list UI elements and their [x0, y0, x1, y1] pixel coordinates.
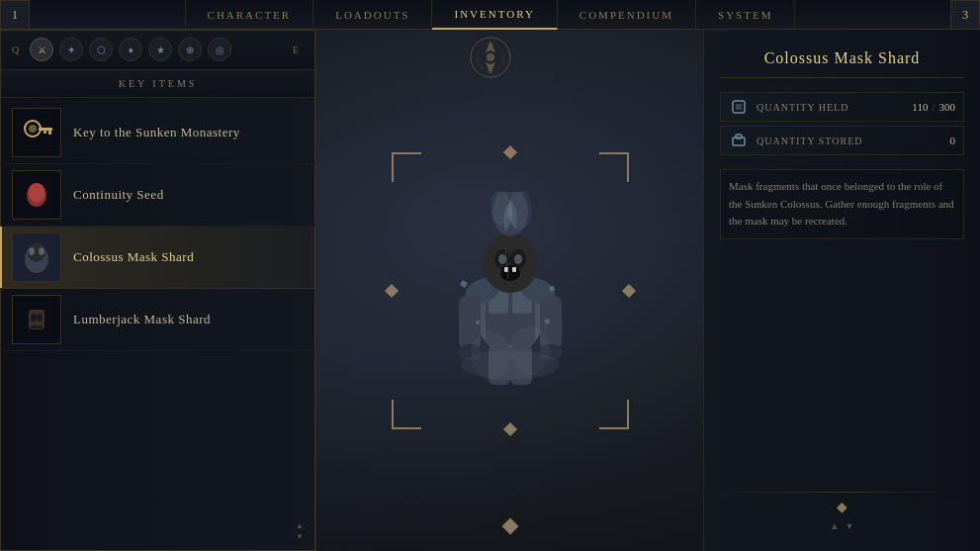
item-name-3: Lumberjack Mask Shard — [73, 312, 211, 327]
svg-rect-7 — [39, 128, 52, 131]
item-name-2: Colossus Mask Shard — [73, 249, 194, 265]
detail-arrow-up-icon: ▲ — [831, 521, 840, 531]
nav-items: CHARACTERLOADOUTSINVENTORYCOMPENDIUMSYST… — [185, 0, 796, 30]
item-row-1[interactable]: Continuity Seed — [0, 164, 315, 227]
svg-point-48 — [510, 325, 550, 375]
item-name-1: Continuity Seed — [73, 187, 164, 203]
svg-point-16 — [39, 247, 45, 255]
bottom-diamond-icon — [501, 518, 518, 535]
item-list: Key to the Sunken MonasteryContinuity Se… — [0, 98, 315, 551]
stat-row-stored: Quantity Stored 0 — [720, 126, 964, 155]
filter-icon-3[interactable]: ⬡ — [89, 38, 113, 61]
nav-corner-right: 3 — [950, 0, 980, 30]
scroll-up-icon: ▲ — [296, 521, 304, 530]
item-icon-2 — [12, 232, 61, 282]
stat-icon-held — [729, 97, 749, 117]
svg-point-18 — [31, 314, 37, 321]
item-icon-3 — [12, 295, 61, 344]
svg-rect-56 — [736, 135, 742, 138]
item-icon-1 — [12, 170, 61, 220]
filter-label-e: E — [293, 45, 300, 55]
svg-rect-9 — [44, 131, 46, 134]
filter-icon-5[interactable]: ★ — [148, 38, 172, 61]
main-layout: Q ⚔ ✦ ⬡ ♦ ★ ⊕ ◎ E KEY ITEMS Key to the S… — [0, 30, 980, 551]
filter-icon-6[interactable]: ⊕ — [178, 38, 202, 61]
nav-item-character[interactable]: CHARACTER — [185, 0, 314, 30]
stat-icon-stored — [729, 131, 749, 150]
section-header: KEY ITEMS — [0, 70, 315, 98]
stat-value-held: 110 / 300 — [912, 101, 955, 113]
frame-corner-br — [599, 400, 629, 429]
svg-point-6 — [29, 125, 37, 133]
detail-title: Colossus Mask Shard — [720, 49, 964, 78]
nav-item-system[interactable]: SYSTEM — [696, 0, 795, 30]
item-row-2[interactable]: Colossus Mask Shard — [0, 227, 315, 289]
item-name-0: Key to the Sunken Monastery — [73, 125, 240, 140]
nav-bar: 1 CHARACTERLOADOUTSINVENTORYCOMPENDIUMSY… — [0, 0, 980, 30]
detail-divider — [720, 492, 964, 493]
svg-marker-3 — [486, 62, 495, 74]
svg-rect-49 — [459, 279, 467, 287]
svg-rect-54 — [736, 104, 742, 110]
center-panel — [316, 30, 703, 551]
frame-diamond-right — [621, 283, 635, 297]
svg-point-15 — [29, 247, 35, 255]
left-panel: Q ⚔ ✦ ⬡ ♦ ★ ⊕ ◎ E KEY ITEMS Key to the S… — [0, 30, 316, 551]
nav-corner-left: 1 — [0, 0, 30, 30]
stat-value-stored: 0 — [950, 135, 956, 146]
stat-label-stored: Quantity Stored — [757, 136, 942, 146]
frame-diamond-bottom — [502, 421, 516, 435]
item-row-0[interactable]: Key to the Sunken Monastery — [0, 102, 315, 164]
frame-diamond-top — [502, 144, 516, 158]
item-3d-display — [421, 182, 599, 400]
stats-container: Quantity Held 110 / 300 Quantity Stored … — [720, 92, 964, 155]
top-emblem — [461, 28, 520, 87]
svg-marker-2 — [486, 41, 495, 52]
detail-arrow-down-icon: ▼ — [846, 521, 854, 531]
bottom-bar — [316, 502, 703, 551]
svg-point-4 — [487, 53, 494, 61]
scroll-down-icon: ▼ — [296, 532, 304, 541]
item-row-3[interactable]: Lumberjack Mask Shard — [0, 289, 315, 351]
filter-label-q: Q — [12, 45, 20, 55]
nav-item-loadouts[interactable]: LOADOUTS — [313, 0, 432, 30]
item-frame — [392, 152, 629, 429]
filter-icon-2[interactable]: ✦ — [59, 38, 83, 61]
frame-diamond-left — [384, 283, 398, 297]
flame-effect-icon — [481, 192, 540, 271]
scroll-arrows: ▲ ▼ — [296, 521, 304, 541]
filter-icon-7[interactable]: ◎ — [208, 38, 231, 61]
emblem-icon — [466, 33, 515, 82]
detail-arrows: ▲ ▼ — [831, 521, 854, 531]
detail-diamond-icon: ◆ — [837, 499, 847, 515]
filter-row: Q ⚔ ✦ ⬡ ♦ ★ ⊕ ◎ E — [0, 30, 315, 70]
stat-label-held: Quantity Held — [757, 102, 904, 113]
nav-item-compendium[interactable]: COMPENDIUM — [558, 0, 696, 30]
svg-point-47 — [471, 330, 510, 380]
svg-rect-20 — [31, 325, 43, 328]
stat-row-held: Quantity Held 110 / 300 — [720, 92, 964, 122]
right-panel: Colossus Mask Shard Quantity Held 110 / … — [703, 30, 980, 551]
filter-icon-1[interactable]: ⚔ — [30, 38, 53, 61]
frame-corner-bl — [392, 400, 421, 429]
svg-rect-8 — [48, 131, 51, 135]
svg-point-11 — [29, 183, 45, 203]
item-description: Mask fragments that once belonged to the… — [720, 169, 964, 239]
svg-point-19 — [37, 314, 43, 321]
detail-bottom-deco: ◆ ▲ ▼ — [720, 482, 964, 531]
frame-corner-tl — [392, 152, 421, 182]
frame-corner-tr — [599, 152, 629, 182]
item-icon-0 — [12, 108, 61, 157]
nav-item-inventory[interactable]: INVENTORY — [432, 0, 557, 30]
filter-icon-4[interactable]: ♦ — [119, 38, 142, 61]
